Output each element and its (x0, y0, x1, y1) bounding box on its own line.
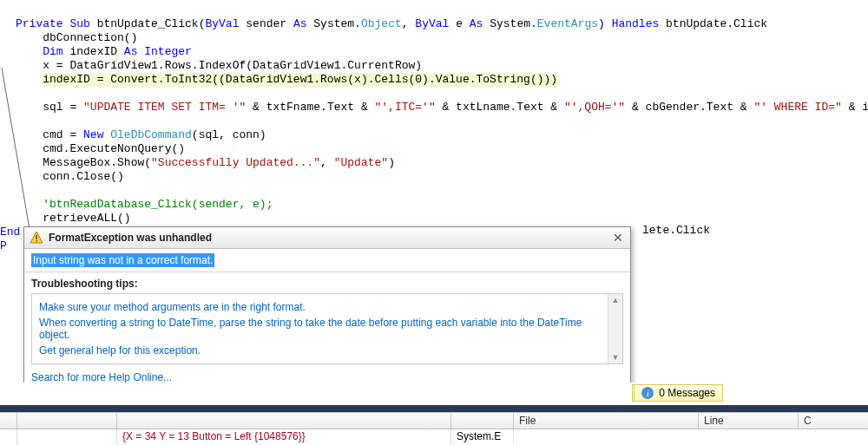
code-line: retrieveALL() (43, 212, 130, 225)
keyword: New (83, 128, 103, 141)
grid-cell-value: {X = 34 Y = 13 Button = Left {1048576}} (117, 429, 451, 445)
warning-icon (30, 231, 43, 245)
tip-link[interactable]: Make sure your method arguments are in t… (39, 299, 615, 315)
string: "',ITC='" (375, 101, 436, 114)
string: "Update" (334, 156, 388, 169)
keyword: Handles (612, 17, 660, 30)
svg-rect-2 (36, 235, 37, 239)
bottom-grid[interactable]: File Line C {X = 34 Y = 13 Button = Left… (0, 412, 868, 445)
keyword: As (124, 45, 138, 58)
code-line: dbConnection() (43, 31, 137, 44)
grid-row[interactable]: {X = 34 Y = 13 Button = Left {1048576}} … (0, 429, 868, 445)
grid-header-cell[interactable] (117, 413, 451, 429)
troubleshooting-tips-box: Make sure your method arguments are in t… (31, 293, 623, 364)
grid-header-cell[interactable]: C (799, 413, 868, 429)
keyword: Private (16, 17, 63, 30)
close-button[interactable]: ✕ (611, 231, 625, 245)
type: Object (361, 17, 402, 30)
scroll-up-icon[interactable]: ▲ (612, 296, 620, 304)
type: Integer (137, 45, 191, 58)
grid-header-row: File Line C (0, 412, 868, 429)
string: "' WHERE ID=" (753, 101, 841, 114)
grid-header-cell[interactable] (0, 413, 17, 429)
type: EventArgs (537, 17, 598, 30)
troubleshooting-heading: Troubleshooting tips: (31, 278, 623, 290)
scrollbar[interactable]: ▲▼ (608, 294, 622, 363)
keyword: As (293, 17, 307, 30)
keyword: As (470, 17, 483, 30)
grid-header-cell[interactable] (17, 413, 117, 429)
type: OleDbCommand (103, 128, 191, 141)
code-line: cmd.ExecuteNonQuery() (43, 142, 185, 155)
keyword: Sub (69, 17, 89, 30)
messages-badge[interactable]: i 0 Messages (634, 384, 723, 402)
grid-header-cell[interactable]: Line (699, 413, 799, 429)
keyword: ByVal (415, 17, 449, 30)
keyword: End (0, 226, 20, 239)
svg-rect-3 (36, 240, 37, 242)
code-line: x = DataGridView1.Rows.IndexOf(DataGridV… (43, 59, 422, 72)
code-line: P (0, 239, 7, 252)
messages-count: 0 Messages (659, 387, 715, 399)
popup-title: FormatException was unhandled (49, 232, 611, 244)
popup-header[interactable]: FormatException was unhandled ✕ (24, 227, 630, 249)
comment: 'btnReadDatabase_Click(sender, e); (43, 198, 273, 211)
identifier: btnUpdate_Click( (97, 17, 206, 30)
scroll-down-icon[interactable]: ▼ (612, 353, 620, 362)
exception-line-highlight: indexID = Convert.ToInt32((DataGridView1… (43, 73, 557, 87)
string: "',QOH='" (564, 101, 625, 114)
grid-cell-type: System.E (451, 429, 514, 445)
string: "UPDATE ITEM SET ITM= '" (83, 101, 246, 114)
exception-message: Input string was not in a correct format… (24, 249, 630, 272)
info-icon: i (641, 387, 654, 399)
keyword: ByVal (205, 17, 239, 30)
panel-separator (0, 405, 868, 412)
keyword: Dim (43, 45, 62, 58)
grid-header-cell[interactable] (451, 413, 514, 429)
grid-header-cell[interactable]: File (514, 413, 699, 429)
tip-link[interactable]: Get general help for this exception. (39, 343, 615, 358)
obscured-code: lete.Click (642, 224, 710, 237)
code-editor[interactable]: Private Sub btnUpdate_Click(ByVal sender… (0, 0, 868, 253)
string: "Successfully Updated..." (151, 156, 320, 169)
code-line: conn.Close() (43, 170, 124, 183)
tip-link[interactable]: When converting a string to DateTime, pa… (39, 315, 615, 343)
